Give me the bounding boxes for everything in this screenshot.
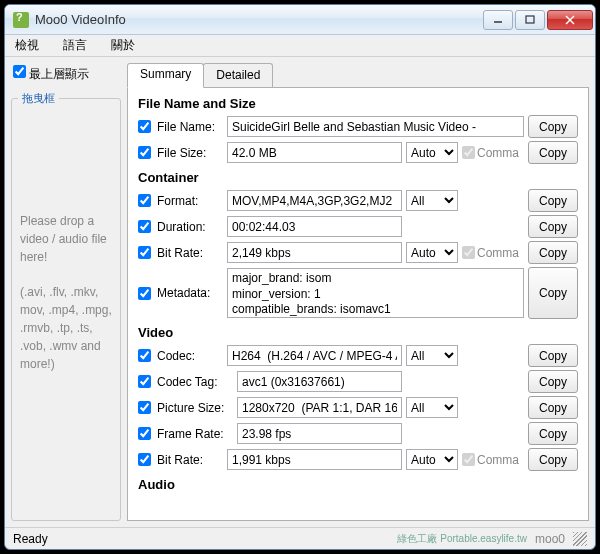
- bitrate-v-comma-check: [462, 453, 475, 466]
- bitrate-c-comma-label: Comma: [477, 246, 519, 260]
- filesize-comma-label: Comma: [477, 146, 519, 160]
- bitrate-c-copy-button[interactable]: Copy: [528, 241, 578, 264]
- maximize-button[interactable]: [515, 10, 545, 30]
- filename-check[interactable]: [138, 120, 151, 133]
- framerate-copy-button[interactable]: Copy: [528, 422, 578, 445]
- main-panel: Summary Detailed File Name and Size File…: [127, 63, 589, 521]
- picturesize-copy-button[interactable]: Copy: [528, 396, 578, 419]
- codectag-copy-button[interactable]: Copy: [528, 370, 578, 393]
- codec-label: Codec:: [157, 349, 223, 363]
- filename-field[interactable]: [227, 116, 524, 137]
- metadata-copy-button[interactable]: Copy: [528, 267, 578, 319]
- section-container: Container: [138, 170, 578, 185]
- metadata-field[interactable]: major_brand: isom minor_version: 1 compa…: [227, 268, 524, 318]
- filesize-field[interactable]: [227, 142, 402, 163]
- menubar: 檢視 語言 關於: [5, 35, 595, 57]
- titlebar[interactable]: Moo0 VideoInfo: [5, 5, 595, 35]
- bitrate-v-copy-button[interactable]: Copy: [528, 448, 578, 471]
- bitrate-c-check[interactable]: [138, 246, 151, 259]
- filesize-label: File Size:: [157, 146, 223, 160]
- window-title: Moo0 VideoInfo: [35, 12, 483, 27]
- picturesize-label: Picture Size:: [157, 401, 233, 415]
- framerate-label: Frame Rate:: [157, 427, 233, 441]
- filesize-comma-check: [462, 146, 475, 159]
- picturesize-field[interactable]: [237, 397, 402, 418]
- codec-select[interactable]: All: [406, 345, 458, 366]
- sidebar: 最上層顯示 拖曳框 Please drop a video / audio fi…: [11, 63, 121, 521]
- bitrate-c-select[interactable]: Auto: [406, 242, 458, 263]
- drop-area[interactable]: 拖曳框 Please drop a video / audio file her…: [11, 91, 121, 521]
- tab-strip: Summary Detailed: [127, 63, 589, 87]
- bitrate-c-field[interactable]: [227, 242, 402, 263]
- filename-copy-button[interactable]: Copy: [528, 115, 578, 138]
- app-icon: [13, 12, 29, 28]
- codectag-check[interactable]: [138, 375, 151, 388]
- status-right: moo0: [535, 532, 565, 546]
- codec-check[interactable]: [138, 349, 151, 362]
- picturesize-check[interactable]: [138, 401, 151, 414]
- topmost-checkbox[interactable]: [13, 65, 26, 78]
- app-window: Moo0 VideoInfo 檢視 語言 關於 最上層顯示 拖曳框 Please…: [4, 4, 596, 550]
- section-file: File Name and Size: [138, 96, 578, 111]
- drop-message: Please drop a video / audio file here! (…: [12, 212, 120, 373]
- minimize-button[interactable]: [483, 10, 513, 30]
- bitrate-v-select[interactable]: Auto: [406, 449, 458, 470]
- bitrate-v-field[interactable]: [227, 449, 402, 470]
- status-left: Ready: [13, 532, 48, 546]
- codectag-label: Codec Tag:: [157, 375, 233, 389]
- topmost-label: 最上層顯示: [29, 67, 89, 81]
- codectag-field[interactable]: [237, 371, 402, 392]
- metadata-check[interactable]: [138, 287, 151, 300]
- bitrate-v-label: Bit Rate:: [157, 453, 223, 467]
- close-button[interactable]: [547, 10, 593, 30]
- topmost-toggle[interactable]: 最上層顯示: [13, 67, 89, 81]
- menu-view[interactable]: 檢視: [9, 35, 45, 56]
- picturesize-select[interactable]: All: [406, 397, 458, 418]
- filesize-check[interactable]: [138, 146, 151, 159]
- bitrate-c-comma-check: [462, 246, 475, 259]
- format-copy-button[interactable]: Copy: [528, 189, 578, 212]
- svg-rect-1: [526, 16, 534, 23]
- tab-body: File Name and Size File Name: Copy File …: [127, 87, 589, 521]
- filesize-unit-select[interactable]: Auto: [406, 142, 458, 163]
- bitrate-c-label: Bit Rate:: [157, 246, 223, 260]
- duration-check[interactable]: [138, 220, 151, 233]
- filename-label: File Name:: [157, 120, 223, 134]
- drop-legend: 拖曳框: [18, 91, 59, 106]
- section-audio: Audio: [138, 477, 578, 492]
- framerate-check[interactable]: [138, 427, 151, 440]
- section-video: Video: [138, 325, 578, 340]
- watermark: 綠色工廠 Portable.easylife.tw: [397, 532, 527, 546]
- format-field[interactable]: [227, 190, 402, 211]
- bitrate-v-comma-label: Comma: [477, 453, 519, 467]
- statusbar: Ready 綠色工廠 Portable.easylife.tw moo0: [5, 527, 595, 549]
- format-label: Format:: [157, 194, 223, 208]
- metadata-label: Metadata:: [157, 286, 223, 300]
- tab-summary[interactable]: Summary: [127, 63, 204, 88]
- tab-detailed[interactable]: Detailed: [203, 63, 273, 87]
- size-grip-icon[interactable]: [573, 532, 587, 546]
- framerate-field[interactable]: [237, 423, 402, 444]
- duration-label: Duration:: [157, 220, 223, 234]
- format-check[interactable]: [138, 194, 151, 207]
- menu-about[interactable]: 關於: [105, 35, 141, 56]
- codec-field[interactable]: [227, 345, 402, 366]
- filesize-copy-button[interactable]: Copy: [528, 141, 578, 164]
- bitrate-v-check[interactable]: [138, 453, 151, 466]
- format-select[interactable]: All: [406, 190, 458, 211]
- menu-language[interactable]: 語言: [57, 35, 93, 56]
- duration-field[interactable]: [227, 216, 402, 237]
- codec-copy-button[interactable]: Copy: [528, 344, 578, 367]
- duration-copy-button[interactable]: Copy: [528, 215, 578, 238]
